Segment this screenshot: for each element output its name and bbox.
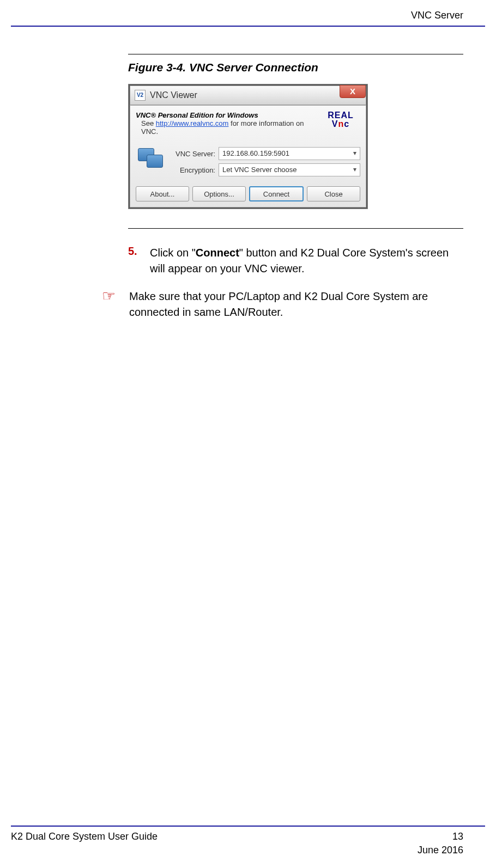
footer-row: K2 Dual Core System User Guide 13 — [11, 831, 485, 842]
server-field-row: VNC Server: 192.168.60.159:5901 — [171, 147, 360, 160]
figure-top-rule — [128, 54, 463, 54]
server-combo[interactable]: 192.168.60.159:5901 — [219, 147, 360, 160]
figure-bottom-rule — [128, 228, 463, 229]
note-text: Make sure that your PC/Laptop and K2 Dua… — [129, 289, 463, 320]
realvnc-link[interactable]: http://www.realvnc.com — [156, 119, 229, 127]
footer-guide: K2 Dual Core System User Guide — [11, 831, 158, 842]
step-5: 5. Click on "Connect" button and K2 Dual… — [128, 245, 463, 277]
logo-n: n — [338, 120, 344, 129]
form-row: VNC Server: 192.168.60.159:5901 Encrypti… — [136, 147, 360, 180]
monitor-front-icon — [147, 155, 163, 168]
page-footer: K2 Dual Core System User Guide 13 June 2… — [11, 826, 485, 856]
page-header: VNC Server — [0, 0, 496, 26]
button-row: About... Options... Connect Close — [136, 186, 360, 201]
step-pre: Click on " — [150, 247, 196, 259]
logo-v: V — [332, 120, 338, 129]
encryption-label: Encryption: — [171, 166, 219, 174]
form-fields: VNC Server: 192.168.60.159:5901 Encrypti… — [171, 147, 360, 180]
close-dialog-button[interactable]: Close — [307, 186, 360, 201]
figure-caption: Figure 3-4. VNC Server Connection — [128, 61, 463, 74]
realvnc-logo: REAL Vnc — [321, 111, 360, 140]
encryption-field-row: Encryption: Let VNC Server choose — [171, 163, 360, 176]
step-number: 5. — [128, 245, 150, 277]
encryption-combo[interactable]: Let VNC Server choose — [219, 163, 360, 176]
info-text-block: VNC® Personal Edition for Windows See ht… — [136, 111, 321, 136]
encryption-value: Let VNC Server choose — [222, 166, 297, 174]
server-label: VNC Server: — [171, 150, 219, 158]
info-prefix: See — [141, 119, 156, 127]
pointing-hand-icon: ☞ — [102, 289, 126, 304]
info-body: See http://www.realvnc.com for more info… — [136, 119, 321, 136]
logo-vnc-row: Vnc — [332, 120, 349, 129]
content-area: Figure 3-4. VNC Server Connection V2 VNC… — [0, 27, 496, 320]
footer-date: June 2016 — [11, 845, 485, 856]
step-bold: Connect — [196, 247, 239, 259]
vnc-viewer-window: V2 VNC Viewer X VNC® Personal Edition fo… — [128, 84, 368, 209]
monitors-icon — [136, 147, 166, 174]
logo-c: c — [344, 120, 349, 129]
close-label: Close — [324, 190, 342, 198]
section-title: VNC Server — [411, 10, 463, 21]
edition-title: VNC® Personal Edition for Windows — [136, 111, 321, 119]
options-button[interactable]: Options... — [192, 186, 246, 201]
vnc-app-icon: V2 — [135, 90, 146, 101]
server-value: 192.168.60.159:5901 — [222, 149, 289, 157]
about-label: About... — [150, 190, 175, 198]
step-text: Click on "Connect" button and K2 Dual Co… — [150, 245, 463, 277]
logo-real: REAL — [328, 111, 354, 120]
note-row: ☞ Make sure that your PC/Laptop and K2 D… — [102, 289, 463, 320]
connect-label: Connect — [263, 190, 289, 198]
about-button[interactable]: About... — [136, 186, 189, 201]
connect-button[interactable]: Connect — [249, 186, 304, 201]
window-titlebar: V2 VNC Viewer X — [130, 85, 366, 105]
window-title: VNC Viewer — [150, 90, 197, 100]
options-label: Options... — [204, 190, 234, 198]
close-icon: X — [350, 87, 355, 96]
info-row: VNC® Personal Edition for Windows See ht… — [136, 111, 360, 140]
dialog-body: VNC® Personal Edition for Windows See ht… — [130, 105, 366, 207]
footer-page: 13 — [452, 831, 463, 842]
footer-rule — [11, 826, 485, 827]
close-button[interactable]: X — [340, 85, 366, 98]
